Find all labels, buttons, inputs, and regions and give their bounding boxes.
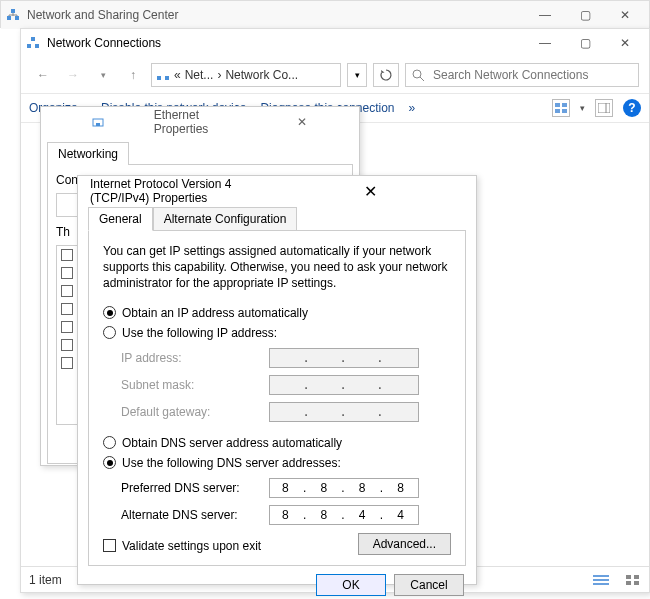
refresh-button[interactable] xyxy=(373,63,399,87)
window-ipv4-properties: Internet Protocol Version 4 (TCP/IPv4) P… xyxy=(77,175,477,585)
titlebar: Network and Sharing Center — ▢ ✕ xyxy=(1,1,649,29)
cancel-button[interactable]: Cancel xyxy=(394,574,464,596)
minimize-button[interactable]: — xyxy=(525,29,565,57)
svg-rect-21 xyxy=(626,581,631,585)
tab-strip: General Alternate Configuration xyxy=(78,206,476,230)
window-title: Internet Protocol Version 4 (TCP/IPv4) P… xyxy=(90,177,277,205)
radio-ip-manual[interactable]: Use the following IP address: xyxy=(103,326,451,340)
svg-rect-2 xyxy=(11,9,15,13)
network-icon xyxy=(25,35,41,51)
svg-rect-5 xyxy=(31,37,35,41)
octet: 4 xyxy=(397,508,406,522)
details-view-button[interactable] xyxy=(593,574,609,586)
checkbox[interactable] xyxy=(61,339,73,351)
alternate-dns-input[interactable]: 8. 8. 4. 4 xyxy=(269,505,419,525)
default-gateway-label: Default gateway: xyxy=(121,405,261,419)
preferred-dns-input[interactable]: 8. 8. 8. 8 xyxy=(269,478,419,498)
svg-rect-14 xyxy=(598,103,610,113)
checkbox[interactable] xyxy=(61,357,73,369)
window-sharing-center: Network and Sharing Center — ▢ ✕ xyxy=(0,0,650,28)
breadcrumb-segment[interactable]: Net... xyxy=(185,68,214,82)
radio-icon xyxy=(103,326,116,339)
octet: 4 xyxy=(359,508,368,522)
svg-line-9 xyxy=(420,77,424,81)
path-dropdown[interactable]: ▾ xyxy=(347,63,367,87)
subnet-mask-input: . . . xyxy=(269,375,419,395)
overflow-button[interactable]: » xyxy=(409,101,416,115)
radio-dns-auto[interactable]: Obtain DNS server address automatically xyxy=(103,436,451,450)
checkbox[interactable] xyxy=(61,303,73,315)
view-options-button[interactable] xyxy=(552,99,570,117)
breadcrumb-prefix: « xyxy=(174,68,181,82)
subnet-mask-label: Subnet mask: xyxy=(121,378,261,392)
network-icon xyxy=(156,68,170,82)
close-button[interactable]: ✕ xyxy=(605,29,645,57)
titlebar: Internet Protocol Version 4 (TCP/IPv4) P… xyxy=(78,176,476,206)
recent-dropdown[interactable]: ▾ xyxy=(91,63,115,87)
item-count: 1 item xyxy=(29,573,62,587)
svg-rect-20 xyxy=(634,575,639,579)
octet: 8 xyxy=(320,481,329,495)
window-title: Network Connections xyxy=(47,36,525,50)
checkbox-label: Validate settings upon exit xyxy=(122,539,261,553)
up-button[interactable]: ↑ xyxy=(121,63,145,87)
close-button[interactable]: ✕ xyxy=(252,115,351,129)
checkbox[interactable] xyxy=(103,539,116,552)
chevron-right-icon: › xyxy=(217,68,221,82)
octet: 8 xyxy=(282,481,291,495)
network-icon xyxy=(5,7,21,23)
ok-button[interactable]: OK xyxy=(316,574,386,596)
search-input[interactable] xyxy=(431,67,632,83)
svg-rect-4 xyxy=(35,44,39,48)
close-button[interactable]: ✕ xyxy=(277,182,464,201)
svg-rect-19 xyxy=(626,575,631,579)
preview-pane-button[interactable] xyxy=(595,99,613,117)
radio-label: Use the following IP address: xyxy=(122,326,277,340)
breadcrumb[interactable]: « Net... › Network Co... xyxy=(151,63,341,87)
maximize-button[interactable]: ▢ xyxy=(565,29,605,57)
octet: 8 xyxy=(397,481,406,495)
alternate-dns-label: Alternate DNS server: xyxy=(121,508,261,522)
radio-icon xyxy=(103,456,116,469)
tab-networking[interactable]: Networking xyxy=(47,142,129,165)
titlebar: Ethernet Properties ✕ xyxy=(41,107,359,137)
titlebar: Network Connections — ▢ ✕ xyxy=(21,29,649,57)
radio-label: Obtain an IP address automatically xyxy=(122,306,308,320)
back-button[interactable]: ← xyxy=(31,63,55,87)
svg-rect-0 xyxy=(7,16,11,20)
radio-label: Use the following DNS server addresses: xyxy=(122,456,341,470)
checkbox[interactable] xyxy=(61,285,73,297)
octet: 8 xyxy=(359,481,368,495)
forward-button[interactable]: → xyxy=(61,63,85,87)
radio-icon xyxy=(103,436,116,449)
svg-rect-22 xyxy=(634,581,639,585)
close-button[interactable]: ✕ xyxy=(605,1,645,29)
advanced-button[interactable]: Advanced... xyxy=(358,533,451,555)
maximize-button[interactable]: ▢ xyxy=(565,1,605,29)
svg-rect-10 xyxy=(555,103,560,107)
window-title: Ethernet Properties xyxy=(154,108,253,136)
ethernet-icon xyxy=(49,114,148,130)
help-button[interactable]: ? xyxy=(623,99,641,117)
tab-general[interactable]: General xyxy=(88,207,153,231)
default-gateway-input: . . . xyxy=(269,402,419,422)
icons-view-button[interactable] xyxy=(625,574,641,586)
breadcrumb-segment[interactable]: Network Co... xyxy=(225,68,298,82)
chevron-down-icon[interactable]: ▾ xyxy=(580,103,585,113)
radio-icon xyxy=(103,306,116,319)
octet: 8 xyxy=(282,508,291,522)
radio-ip-auto[interactable]: Obtain an IP address automatically xyxy=(103,306,451,320)
svg-rect-1 xyxy=(15,16,19,20)
checkbox[interactable] xyxy=(61,321,73,333)
checkbox[interactable] xyxy=(61,249,73,261)
search-box[interactable] xyxy=(405,63,639,87)
checkbox[interactable] xyxy=(61,267,73,279)
radio-dns-manual[interactable]: Use the following DNS server addresses: xyxy=(103,456,451,470)
svg-rect-12 xyxy=(555,109,560,113)
svg-rect-6 xyxy=(157,76,161,80)
window-title: Network and Sharing Center xyxy=(27,8,525,22)
minimize-button[interactable]: — xyxy=(525,1,565,29)
preferred-dns-label: Preferred DNS server: xyxy=(121,481,261,495)
tab-alternate-configuration[interactable]: Alternate Configuration xyxy=(153,207,298,231)
ip-address-input: . . . xyxy=(269,348,419,368)
